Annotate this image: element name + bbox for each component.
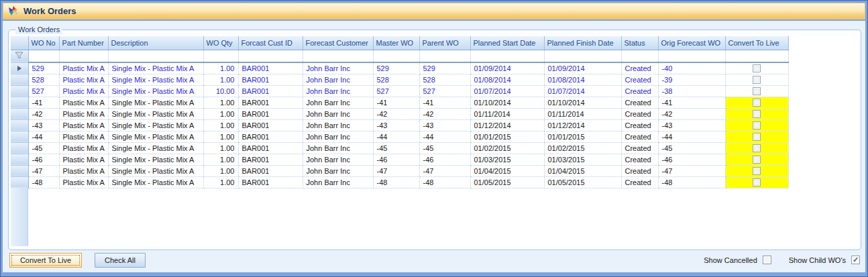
row-header[interactable]	[11, 108, 28, 119]
grid-cell: BAR001	[238, 74, 303, 85]
filter-cell-planned-start-date[interactable]	[470, 50, 544, 62]
filter-cell-status[interactable]	[621, 50, 658, 62]
row-header[interactable]	[11, 154, 28, 165]
grid-cell: -40	[658, 62, 725, 74]
filter-cell-wo-no[interactable]	[28, 50, 59, 62]
grid-cell: John Barr Inc	[303, 142, 373, 154]
work-order-row[interactable]: 527Plastic Mix ASingle Mix - Plastic Mix…	[11, 85, 788, 97]
grid-cell: -47	[419, 165, 470, 176]
show-cancelled-checkbox[interactable]	[763, 256, 771, 264]
row-convert-checkbox[interactable]	[753, 167, 761, 175]
grid-cell: Plastic Mix A	[59, 165, 108, 176]
grid-cell: 1.00	[203, 119, 238, 131]
row-convert-checkbox[interactable]	[753, 64, 761, 72]
row-convert-checkbox[interactable]	[753, 76, 761, 84]
show-child-wos-checkbox[interactable]	[851, 256, 860, 264]
filter-cell-forcast-cust-id[interactable]	[238, 50, 303, 62]
work-order-row[interactable]: -46Plastic Mix ASingle Mix - Plastic Mix…	[11, 154, 788, 165]
column-header-wo-no[interactable]: WO No	[28, 36, 59, 50]
grid-cell: -38	[658, 85, 725, 97]
row-header[interactable]	[11, 85, 28, 97]
work-order-row[interactable]: -41Plastic Mix ASingle Mix - Plastic Mix…	[11, 97, 788, 108]
work-order-row[interactable]: -48Plastic Mix ASingle Mix - Plastic Mix…	[11, 176, 788, 188]
filter-cell-description[interactable]	[108, 50, 203, 62]
grid-cell: Single Mix - Plastic Mix A	[108, 97, 203, 108]
window-content: Work Orders WO NoPart NumberDescriptionW…	[3, 21, 865, 272]
column-header-convert-to-live[interactable]: Convert To Live	[725, 36, 788, 50]
column-header-part-number[interactable]: Part Number	[59, 36, 108, 50]
row-header[interactable]	[11, 176, 28, 188]
check-all-button[interactable]: Check All	[95, 253, 146, 268]
grid-cell: 01/10/2014	[544, 97, 621, 108]
row-header[interactable]	[11, 97, 28, 108]
row-convert-checkbox[interactable]	[753, 110, 761, 118]
filter-cell-parent-wo[interactable]	[419, 50, 470, 62]
filter-cell-orig-forecast-wo[interactable]	[658, 50, 725, 62]
grid-cell: Plastic Mix A	[59, 97, 108, 108]
row-header[interactable]	[11, 119, 28, 131]
row-convert-checkbox[interactable]	[753, 144, 761, 152]
column-header-parent-wo[interactable]: Parent WO	[419, 36, 470, 50]
window-title: Work Orders	[23, 6, 76, 16]
work-order-row[interactable]: 528Plastic Mix ASingle Mix - Plastic Mix…	[11, 74, 788, 85]
convert-to-live-cell	[725, 108, 788, 119]
row-convert-checkbox[interactable]	[753, 87, 761, 95]
filter-cell-wo-qty[interactable]	[203, 50, 238, 62]
work-order-row[interactable]: -43Plastic Mix ASingle Mix - Plastic Mix…	[11, 119, 788, 131]
column-header-description[interactable]: Description	[108, 36, 203, 50]
convert-to-live-cell	[725, 62, 788, 74]
check-all-button-label: Check All	[105, 256, 135, 264]
filter-row-header	[11, 50, 28, 62]
work-order-row[interactable]: 529Plastic Mix ASingle Mix - Plastic Mix…	[11, 62, 788, 74]
row-header[interactable]	[11, 142, 28, 154]
convert-to-live-button[interactable]: Convert To Live	[9, 253, 82, 268]
row-header[interactable]	[11, 62, 28, 74]
filter-funnel-icon	[15, 52, 23, 59]
column-header-master-wo[interactable]: Master WO	[373, 36, 419, 50]
grid-cell: 1.00	[203, 131, 238, 142]
work-order-row[interactable]: -44Plastic Mix ASingle Mix - Plastic Mix…	[11, 131, 788, 142]
grid-cell: Single Mix - Plastic Mix A	[108, 142, 203, 154]
grid-cell: -45	[658, 142, 725, 154]
grid-cell: -47	[658, 165, 725, 176]
column-header-planned-start-date[interactable]: Planned Start Date	[470, 36, 544, 50]
column-header-wo-qty[interactable]: WO Qty	[203, 36, 238, 50]
work-order-row[interactable]: -47Plastic Mix ASingle Mix - Plastic Mix…	[11, 165, 788, 176]
grid-cell: Plastic Mix A	[59, 176, 108, 188]
filter-cell-forecast-customer[interactable]	[303, 50, 373, 62]
column-header-forcast-cust-id[interactable]: Forcast Cust ID	[238, 36, 303, 50]
grid-cell: Created	[621, 97, 658, 108]
grid-cell: Plastic Mix A	[59, 142, 108, 154]
row-convert-checkbox[interactable]	[753, 121, 761, 129]
row-convert-checkbox[interactable]	[753, 156, 761, 164]
column-header-planned-finish-date[interactable]: Planned Finish Date	[544, 36, 621, 50]
filter-cell-planned-finish-date[interactable]	[544, 50, 621, 62]
row-convert-checkbox[interactable]	[753, 99, 761, 107]
column-header-status[interactable]: Status	[621, 36, 658, 50]
grid-cell: -42	[373, 108, 419, 119]
filter-cell-master-wo[interactable]	[373, 50, 419, 62]
row-header[interactable]	[11, 131, 28, 142]
grid-cell: 01/01/2015	[544, 131, 621, 142]
row-header[interactable]	[11, 165, 28, 176]
filter-cell-part-number[interactable]	[59, 50, 108, 62]
work-order-row[interactable]: -42Plastic Mix ASingle Mix - Plastic Mix…	[11, 108, 788, 119]
row-convert-checkbox[interactable]	[753, 178, 761, 186]
row-convert-checkbox[interactable]	[753, 133, 761, 141]
grid-cell: 01/09/2014	[544, 62, 621, 74]
work-order-row[interactable]: -45Plastic Mix ASingle Mix - Plastic Mix…	[11, 142, 788, 154]
column-header-forecast-customer[interactable]: Forecast Customer	[303, 36, 373, 50]
convert-to-live-cell	[725, 74, 788, 85]
grid-cell: 01/01/2015	[470, 131, 544, 142]
grid-cell: -44	[419, 131, 470, 142]
grid-cell: -46	[28, 154, 59, 165]
grid-cell: 01/02/2015	[544, 142, 621, 154]
grid-cell: -48	[28, 176, 59, 188]
grid-cell: 1.00	[203, 62, 238, 74]
column-header-orig-forecast-wo[interactable]: Orig Forecast WO	[658, 36, 725, 50]
filter-cell-convert-to-live[interactable]	[725, 50, 788, 62]
row-header[interactable]	[11, 74, 28, 85]
grid-cell: 1.00	[203, 108, 238, 119]
grid-cell: BAR001	[238, 142, 303, 154]
grid-cell: John Barr Inc	[303, 85, 373, 97]
